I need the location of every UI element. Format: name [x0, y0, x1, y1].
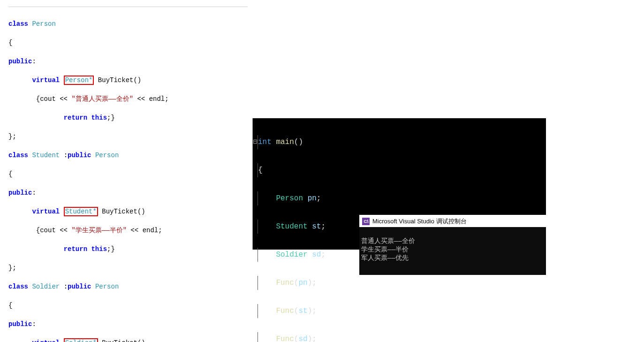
code-line: public: [8, 57, 248, 66]
console-output: 普通人买票——全价 学生买票——半价 军人买票——优先 [359, 227, 546, 275]
code-line: public: [8, 319, 248, 329]
code-line: Person pn; [253, 191, 546, 205]
console-line: 普通人买票——全价 [361, 237, 415, 244]
type-person: Person [32, 20, 55, 28]
code-line: {cout << "学生买票——半价" << endl; [8, 226, 248, 235]
left-code-editor[interactable]: class Person { public: virtual Person* B… [8, 7, 248, 342]
code-line: return this;} [8, 244, 248, 254]
code-line: { [253, 163, 546, 177]
code-line: ⊟int main() [253, 135, 546, 149]
code-line: Func(st); [253, 304, 546, 318]
collapse-icon[interactable]: ⊟ [253, 135, 258, 149]
keyword-class: class [8, 20, 28, 28]
code-line: class Soldier :public Person [8, 282, 248, 291]
code-line: }; [8, 263, 248, 273]
code-line: class Student :public Person [8, 151, 248, 160]
debug-console-window[interactable]: C:\ Microsoft Visual Studio 调试控制台 普通人买票—… [359, 215, 546, 275]
code-line: virtual Person* BuyTicket() [8, 76, 248, 85]
code-line: }; [8, 132, 248, 141]
code-line: virtual Soldier* BuyTicket() [8, 338, 248, 342]
code-line: { [8, 169, 248, 179]
code-line: Func(sd); [253, 332, 546, 342]
highlight-soldier-ptr: Soldier* [64, 338, 98, 342]
console-line: 军人买票——优先 [361, 254, 409, 261]
code-line: { [8, 38, 248, 47]
code-line: return this;} [8, 113, 248, 122]
code-line: class Person [8, 19, 248, 29]
code-line: Func(pn); [253, 276, 546, 290]
console-title-bar[interactable]: C:\ Microsoft Visual Studio 调试控制台 [359, 216, 546, 227]
console-title-text: Microsoft Visual Studio 调试控制台 [372, 216, 467, 227]
console-app-icon: C:\ [362, 218, 370, 225]
code-line: public: [8, 188, 248, 198]
highlight-person-ptr: Person* [64, 76, 94, 85]
highlight-student-ptr: Student* [64, 207, 98, 216]
console-line: 学生买票——半价 [361, 245, 409, 253]
code-line: { [8, 301, 248, 310]
code-line: virtual Student* BuyTicket() [8, 207, 248, 216]
code-line: {cout << "普通人买票——全价" << endl; [8, 94, 248, 104]
